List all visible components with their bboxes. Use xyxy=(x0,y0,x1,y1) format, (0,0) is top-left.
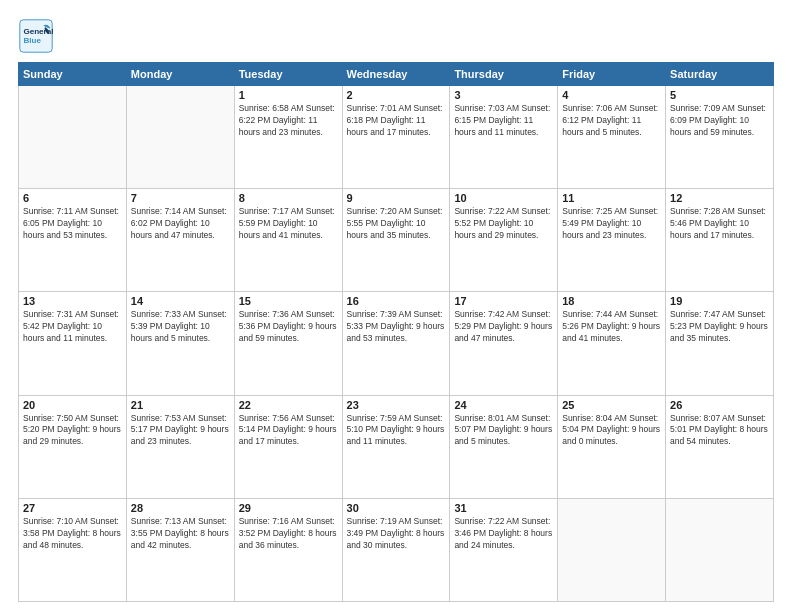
calendar-day-cell: 14Sunrise: 7:33 AM Sunset: 5:39 PM Dayli… xyxy=(126,292,234,395)
day-number: 21 xyxy=(131,399,230,411)
day-number: 15 xyxy=(239,295,338,307)
day-info: Sunrise: 7:44 AM Sunset: 5:26 PM Dayligh… xyxy=(562,309,661,345)
day-number: 10 xyxy=(454,192,553,204)
day-info: Sunrise: 7:03 AM Sunset: 6:15 PM Dayligh… xyxy=(454,103,553,139)
calendar-day-cell: 19Sunrise: 7:47 AM Sunset: 5:23 PM Dayli… xyxy=(666,292,774,395)
day-info: Sunrise: 7:06 AM Sunset: 6:12 PM Dayligh… xyxy=(562,103,661,139)
day-number: 11 xyxy=(562,192,661,204)
calendar-day-cell: 31Sunrise: 7:22 AM Sunset: 3:46 PM Dayli… xyxy=(450,498,558,601)
page: General Blue SundayMondayTuesdayWednesda… xyxy=(0,0,792,612)
calendar-day-cell: 25Sunrise: 8:04 AM Sunset: 5:04 PM Dayli… xyxy=(558,395,666,498)
day-info: Sunrise: 7:33 AM Sunset: 5:39 PM Dayligh… xyxy=(131,309,230,345)
day-number: 24 xyxy=(454,399,553,411)
day-number: 3 xyxy=(454,89,553,101)
day-info: Sunrise: 8:01 AM Sunset: 5:07 PM Dayligh… xyxy=(454,413,553,449)
calendar-day-cell: 6Sunrise: 7:11 AM Sunset: 6:05 PM Daylig… xyxy=(19,189,127,292)
calendar-day-cell: 27Sunrise: 7:10 AM Sunset: 3:58 PM Dayli… xyxy=(19,498,127,601)
calendar-day-cell: 30Sunrise: 7:19 AM Sunset: 3:49 PM Dayli… xyxy=(342,498,450,601)
day-info: Sunrise: 7:01 AM Sunset: 6:18 PM Dayligh… xyxy=(347,103,446,139)
day-info: Sunrise: 7:22 AM Sunset: 5:52 PM Dayligh… xyxy=(454,206,553,242)
calendar-day-cell: 4Sunrise: 7:06 AM Sunset: 6:12 PM Daylig… xyxy=(558,86,666,189)
header: General Blue xyxy=(18,18,774,54)
day-of-week-header: Saturday xyxy=(666,63,774,86)
day-number: 25 xyxy=(562,399,661,411)
day-info: Sunrise: 7:36 AM Sunset: 5:36 PM Dayligh… xyxy=(239,309,338,345)
calendar-day-cell: 8Sunrise: 7:17 AM Sunset: 5:59 PM Daylig… xyxy=(234,189,342,292)
day-number: 4 xyxy=(562,89,661,101)
day-info: Sunrise: 8:04 AM Sunset: 5:04 PM Dayligh… xyxy=(562,413,661,449)
calendar-day-cell: 5Sunrise: 7:09 AM Sunset: 6:09 PM Daylig… xyxy=(666,86,774,189)
calendar-day-cell: 9Sunrise: 7:20 AM Sunset: 5:55 PM Daylig… xyxy=(342,189,450,292)
day-info: Sunrise: 7:13 AM Sunset: 3:55 PM Dayligh… xyxy=(131,516,230,552)
day-info: Sunrise: 7:39 AM Sunset: 5:33 PM Dayligh… xyxy=(347,309,446,345)
day-info: Sunrise: 7:28 AM Sunset: 5:46 PM Dayligh… xyxy=(670,206,769,242)
calendar-day-cell xyxy=(558,498,666,601)
calendar-day-cell: 15Sunrise: 7:36 AM Sunset: 5:36 PM Dayli… xyxy=(234,292,342,395)
day-number: 18 xyxy=(562,295,661,307)
day-info: Sunrise: 7:14 AM Sunset: 6:02 PM Dayligh… xyxy=(131,206,230,242)
day-number: 9 xyxy=(347,192,446,204)
calendar-day-cell: 21Sunrise: 7:53 AM Sunset: 5:17 PM Dayli… xyxy=(126,395,234,498)
day-info: Sunrise: 8:07 AM Sunset: 5:01 PM Dayligh… xyxy=(670,413,769,449)
day-number: 12 xyxy=(670,192,769,204)
day-info: Sunrise: 7:20 AM Sunset: 5:55 PM Dayligh… xyxy=(347,206,446,242)
calendar-day-cell: 13Sunrise: 7:31 AM Sunset: 5:42 PM Dayli… xyxy=(19,292,127,395)
day-number: 19 xyxy=(670,295,769,307)
day-of-week-header: Friday xyxy=(558,63,666,86)
calendar-day-cell: 12Sunrise: 7:28 AM Sunset: 5:46 PM Dayli… xyxy=(666,189,774,292)
calendar-day-cell xyxy=(666,498,774,601)
day-info: Sunrise: 7:50 AM Sunset: 5:20 PM Dayligh… xyxy=(23,413,122,449)
calendar-day-cell: 20Sunrise: 7:50 AM Sunset: 5:20 PM Dayli… xyxy=(19,395,127,498)
day-info: Sunrise: 6:58 AM Sunset: 6:22 PM Dayligh… xyxy=(239,103,338,139)
day-number: 28 xyxy=(131,502,230,514)
day-info: Sunrise: 7:56 AM Sunset: 5:14 PM Dayligh… xyxy=(239,413,338,449)
day-info: Sunrise: 7:11 AM Sunset: 6:05 PM Dayligh… xyxy=(23,206,122,242)
day-of-week-header: Sunday xyxy=(19,63,127,86)
day-info: Sunrise: 7:25 AM Sunset: 5:49 PM Dayligh… xyxy=(562,206,661,242)
day-info: Sunrise: 7:16 AM Sunset: 3:52 PM Dayligh… xyxy=(239,516,338,552)
calendar-week-row: 27Sunrise: 7:10 AM Sunset: 3:58 PM Dayli… xyxy=(19,498,774,601)
calendar-day-cell: 16Sunrise: 7:39 AM Sunset: 5:33 PM Dayli… xyxy=(342,292,450,395)
day-info: Sunrise: 7:19 AM Sunset: 3:49 PM Dayligh… xyxy=(347,516,446,552)
day-info: Sunrise: 7:31 AM Sunset: 5:42 PM Dayligh… xyxy=(23,309,122,345)
day-number: 29 xyxy=(239,502,338,514)
day-of-week-header: Thursday xyxy=(450,63,558,86)
calendar-day-cell: 24Sunrise: 8:01 AM Sunset: 5:07 PM Dayli… xyxy=(450,395,558,498)
calendar-day-cell: 2Sunrise: 7:01 AM Sunset: 6:18 PM Daylig… xyxy=(342,86,450,189)
day-info: Sunrise: 7:47 AM Sunset: 5:23 PM Dayligh… xyxy=(670,309,769,345)
calendar-week-row: 20Sunrise: 7:50 AM Sunset: 5:20 PM Dayli… xyxy=(19,395,774,498)
calendar-day-cell: 11Sunrise: 7:25 AM Sunset: 5:49 PM Dayli… xyxy=(558,189,666,292)
day-number: 27 xyxy=(23,502,122,514)
day-number: 22 xyxy=(239,399,338,411)
svg-text:Blue: Blue xyxy=(23,36,41,45)
day-number: 14 xyxy=(131,295,230,307)
calendar-header-row: SundayMondayTuesdayWednesdayThursdayFrid… xyxy=(19,63,774,86)
calendar-table: SundayMondayTuesdayWednesdayThursdayFrid… xyxy=(18,62,774,602)
calendar-day-cell: 22Sunrise: 7:56 AM Sunset: 5:14 PM Dayli… xyxy=(234,395,342,498)
calendar-day-cell: 7Sunrise: 7:14 AM Sunset: 6:02 PM Daylig… xyxy=(126,189,234,292)
day-info: Sunrise: 7:09 AM Sunset: 6:09 PM Dayligh… xyxy=(670,103,769,139)
day-of-week-header: Monday xyxy=(126,63,234,86)
day-number: 17 xyxy=(454,295,553,307)
calendar-week-row: 6Sunrise: 7:11 AM Sunset: 6:05 PM Daylig… xyxy=(19,189,774,292)
day-number: 20 xyxy=(23,399,122,411)
day-number: 23 xyxy=(347,399,446,411)
calendar-week-row: 13Sunrise: 7:31 AM Sunset: 5:42 PM Dayli… xyxy=(19,292,774,395)
day-number: 1 xyxy=(239,89,338,101)
day-info: Sunrise: 7:10 AM Sunset: 3:58 PM Dayligh… xyxy=(23,516,122,552)
day-number: 13 xyxy=(23,295,122,307)
calendar-day-cell: 3Sunrise: 7:03 AM Sunset: 6:15 PM Daylig… xyxy=(450,86,558,189)
day-number: 6 xyxy=(23,192,122,204)
day-number: 5 xyxy=(670,89,769,101)
calendar-day-cell: 10Sunrise: 7:22 AM Sunset: 5:52 PM Dayli… xyxy=(450,189,558,292)
day-number: 7 xyxy=(131,192,230,204)
day-number: 2 xyxy=(347,89,446,101)
day-number: 31 xyxy=(454,502,553,514)
calendar-day-cell: 1Sunrise: 6:58 AM Sunset: 6:22 PM Daylig… xyxy=(234,86,342,189)
calendar-day-cell: 23Sunrise: 7:59 AM Sunset: 5:10 PM Dayli… xyxy=(342,395,450,498)
calendar-day-cell: 17Sunrise: 7:42 AM Sunset: 5:29 PM Dayli… xyxy=(450,292,558,395)
day-number: 26 xyxy=(670,399,769,411)
day-number: 30 xyxy=(347,502,446,514)
day-of-week-header: Wednesday xyxy=(342,63,450,86)
day-info: Sunrise: 7:22 AM Sunset: 3:46 PM Dayligh… xyxy=(454,516,553,552)
